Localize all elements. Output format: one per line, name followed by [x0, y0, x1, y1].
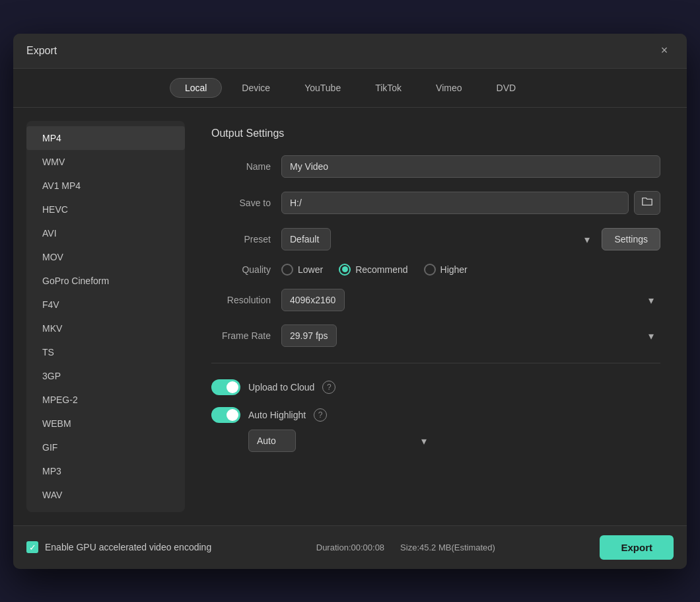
preset-select[interactable]: Default Custom	[281, 228, 331, 250]
export-dialog: Export × Local Device YouTube TikTok Vim…	[13, 34, 687, 569]
resolution-label: Resolution	[211, 295, 271, 305]
tab-local[interactable]: Local	[170, 78, 222, 98]
format-gif[interactable]: GIF	[26, 435, 185, 459]
quality-recommend[interactable]: Recommend	[339, 264, 407, 276]
quality-higher[interactable]: Higher	[424, 264, 468, 276]
preset-select-wrapper: Default Custom	[281, 228, 596, 250]
auto-highlight-help-icon[interactable]: ?	[314, 408, 327, 422]
quality-lower-radio	[281, 264, 293, 276]
quality-higher-label: Higher	[440, 264, 468, 275]
auto-highlight-row: Auto Highlight ?	[211, 407, 660, 423]
format-avi[interactable]: AVI	[26, 221, 185, 245]
format-hevc[interactable]: HEVC	[26, 198, 185, 221]
footer-info: Duration:00:00:08 Size:45.2 MB(Estimated…	[316, 543, 495, 552]
format-wav[interactable]: WAV	[26, 483, 185, 507]
resolution-select-wrapper: 4096x2160 3840x2160 1920x1080 1280x720	[281, 289, 660, 311]
content-area: MP4 WMV AV1 MP4 HEVC AVI MOV GoPro Cinef…	[13, 108, 687, 525]
save-to-input[interactable]	[281, 192, 629, 214]
upload-cloud-row: Upload to Cloud ?	[211, 379, 660, 395]
save-to-row: Save to	[211, 191, 660, 215]
format-list: MP4 WMV AV1 MP4 HEVC AVI MOV GoPro Cinef…	[26, 121, 185, 512]
name-row: Name	[211, 155, 660, 178]
gpu-checkbox-icon: ✓	[26, 541, 38, 553]
quality-options: Lower Recommend Higher	[281, 264, 468, 276]
gpu-label: Enable GPU accelerated video encoding	[45, 542, 211, 552]
save-to-label: Save to	[211, 198, 271, 208]
format-f4v[interactable]: F4V	[26, 293, 185, 317]
format-ts[interactable]: TS	[26, 340, 185, 364]
resolution-select[interactable]: 4096x2160 3840x2160 1920x1080 1280x720	[281, 289, 345, 311]
format-mov[interactable]: MOV	[26, 245, 185, 269]
save-to-input-group	[281, 191, 660, 215]
quality-lower[interactable]: Lower	[281, 264, 323, 276]
frame-rate-select-wrapper: 29.97 fps 25 fps 24 fps 60 fps	[281, 324, 660, 347]
tab-bar: Local Device YouTube TikTok Vimeo DVD	[13, 69, 687, 108]
dialog-title: Export	[26, 45, 57, 57]
format-mkv[interactable]: MKV	[26, 317, 185, 340]
resolution-row: Resolution 4096x2160 3840x2160 1920x1080…	[211, 289, 660, 311]
tab-youtube[interactable]: YouTube	[290, 78, 355, 98]
duration-stat: Duration:00:00:08	[316, 543, 384, 552]
format-webm[interactable]: WEBM	[26, 412, 185, 435]
format-mpeg2[interactable]: MPEG-2	[26, 388, 185, 412]
tab-tiktok[interactable]: TikTok	[361, 78, 416, 98]
quality-row: Quality Lower Recommend Higher	[211, 264, 660, 276]
close-button[interactable]: ×	[655, 42, 674, 60]
upload-cloud-help-icon[interactable]: ?	[322, 381, 335, 394]
export-button[interactable]: Export	[600, 535, 674, 560]
tab-device[interactable]: Device	[227, 78, 285, 98]
name-label: Name	[211, 161, 271, 172]
preset-input-group: Default Custom Settings	[281, 228, 660, 250]
frame-rate-select[interactable]: 29.97 fps 25 fps 24 fps 60 fps	[281, 324, 337, 347]
auto-highlight-toggle[interactable]	[211, 407, 240, 423]
settings-panel: Output Settings Name Save to	[198, 121, 674, 512]
upload-cloud-toggle[interactable]	[211, 379, 240, 395]
frame-rate-row: Frame Rate 29.97 fps 25 fps 24 fps 60 fp…	[211, 324, 660, 347]
quality-higher-radio	[424, 264, 436, 276]
tab-vimeo[interactable]: Vimeo	[421, 78, 476, 98]
settings-title: Output Settings	[211, 128, 660, 139]
upload-cloud-label: Upload to Cloud	[248, 382, 314, 393]
format-3gp[interactable]: 3GP	[26, 364, 185, 388]
preset-label: Preset	[211, 234, 271, 245]
settings-button[interactable]: Settings	[602, 228, 660, 250]
name-input[interactable]	[281, 155, 660, 178]
quality-label: Quality	[211, 264, 271, 275]
auto-highlight-label: Auto Highlight	[248, 410, 306, 420]
gpu-checkbox[interactable]: ✓ Enable GPU accelerated video encoding	[26, 541, 211, 553]
dialog-header: Export ×	[13, 34, 687, 69]
format-gopro[interactable]: GoPro Cineform	[26, 269, 185, 293]
format-av1mp4[interactable]: AV1 MP4	[26, 174, 185, 198]
quality-recommend-radio	[339, 264, 351, 276]
format-mp4[interactable]: MP4	[26, 126, 185, 150]
quality-recommend-label: Recommend	[355, 264, 407, 275]
folder-browse-button[interactable]	[634, 191, 660, 215]
auto-highlight-select[interactable]: Auto Manual	[248, 430, 296, 452]
format-mp3[interactable]: MP3	[26, 459, 185, 483]
footer: ✓ Enable GPU accelerated video encoding …	[13, 525, 687, 569]
format-wmv[interactable]: WMV	[26, 150, 185, 174]
preset-row: Preset Default Custom Settings	[211, 228, 660, 250]
quality-lower-label: Lower	[298, 264, 323, 275]
divider	[211, 363, 660, 363]
size-stat: Size:45.2 MB(Estimated)	[400, 543, 495, 552]
frame-rate-label: Frame Rate	[211, 330, 271, 341]
auto-highlight-select-wrapper: Auto Manual	[248, 430, 433, 452]
tab-dvd[interactable]: DVD	[482, 78, 531, 98]
